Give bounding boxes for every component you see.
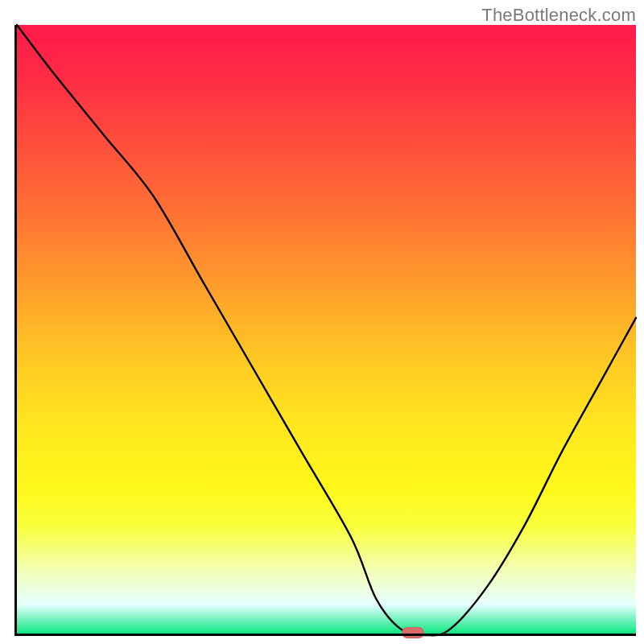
bottleneck-curve-path <box>17 25 636 635</box>
x-axis <box>14 634 636 636</box>
optimal-marker <box>402 627 424 638</box>
y-axis <box>14 25 17 635</box>
plot-area <box>17 25 636 635</box>
bottleneck-chart: TheBottleneck.com <box>0 0 644 644</box>
curve-layer <box>17 25 636 635</box>
attribution-text: TheBottleneck.com <box>481 5 636 26</box>
